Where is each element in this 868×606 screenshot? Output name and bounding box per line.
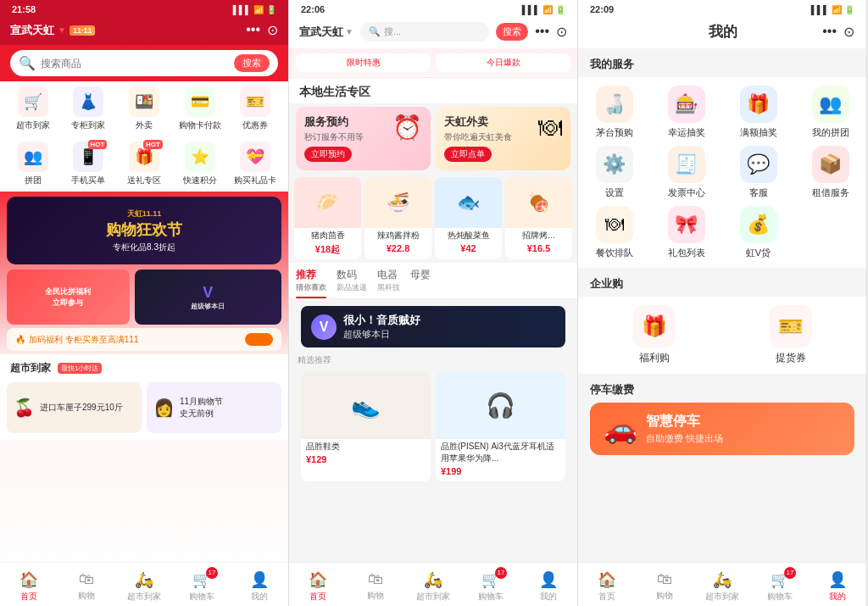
- supermarket-promo-2[interactable]: 👩 11月购物节史无前例: [147, 382, 281, 433]
- promo-card-1[interactable]: 全民比拼福利立即参与: [7, 270, 130, 325]
- benefit-cta[interactable]: GO>: [245, 333, 273, 346]
- tab-appliance[interactable]: 电器 黑科技: [377, 268, 400, 298]
- service-group[interactable]: 👥 我的拼团: [794, 86, 866, 139]
- p1-banner-content: 天虹11.11 购物狂欢节 专柜化品8.3折起: [106, 208, 182, 253]
- p3-parking-label: 停车缴费: [578, 374, 866, 403]
- food-img-2: 🍜: [364, 177, 431, 228]
- search-input-1[interactable]: [41, 58, 229, 69]
- menu-icon-1[interactable]: •••: [246, 22, 260, 38]
- service-rental[interactable]: 📦 租借服务: [794, 146, 866, 199]
- nav-item-takeout[interactable]: 🍱 外卖: [118, 86, 170, 131]
- nav-profile-2[interactable]: 👤 我的: [520, 567, 577, 603]
- target-icon-2[interactable]: ⊙: [556, 24, 567, 40]
- service-loan[interactable]: 💰 虹V贷: [722, 206, 794, 259]
- promo-card-2[interactable]: V 超级够本日: [135, 270, 281, 325]
- nav-home-3[interactable]: 🏠 首页: [578, 567, 636, 603]
- nav-item-counter[interactable]: 👗 专柜到家: [63, 86, 115, 131]
- menu-icon-2[interactable]: •••: [535, 24, 549, 40]
- nav-cart-3[interactable]: 🛒17 购物车: [751, 567, 809, 603]
- food-price-3: ¥42: [435, 243, 502, 257]
- nav-cart-2[interactable]: 🛒17 购物车: [462, 567, 520, 603]
- nav-home-2[interactable]: 🏠 首页: [289, 567, 347, 603]
- nav-cart-1[interactable]: 🛒17 购物车: [173, 567, 231, 603]
- service-btn-2[interactable]: 立即点单: [444, 147, 492, 162]
- food-item-3[interactable]: 🐟 热炖酸菜鱼 ¥42: [435, 177, 502, 259]
- promo-text-1: 全民比拼福利立即参与: [45, 286, 91, 309]
- delivery-icon-3: 🛵: [713, 570, 732, 589]
- search-button-1[interactable]: 搜索: [234, 54, 270, 72]
- service-maotai[interactable]: 🍶 茅台预购: [578, 86, 650, 139]
- rec-item-1[interactable]: 👟 品胜鞋类 ¥129: [301, 371, 431, 481]
- tab-baby[interactable]: 母婴: [410, 268, 431, 298]
- nav-delivery-2[interactable]: 🛵 超市到家: [404, 567, 462, 603]
- p2-top-banner: 限时特惠 今日爆款: [289, 48, 577, 78]
- parking-subtitle: 自助缴费 快捷出场: [646, 432, 723, 445]
- service-gift-pack[interactable]: 🎀 礼包列表: [650, 206, 722, 259]
- nav-label-gift-card: 购买礼品卡: [234, 175, 276, 186]
- cart-badge-1: 17: [206, 567, 218, 579]
- service-full-draw[interactable]: 🎁 满额抽奖: [722, 86, 794, 139]
- nav-delivery-3[interactable]: 🛵 超市到家: [693, 567, 751, 603]
- service-settings[interactable]: ⚙️ 设置: [578, 146, 650, 199]
- p1-search-bar[interactable]: 🔍 搜索: [10, 50, 278, 76]
- nav-item-group-buy[interactable]: 👥 拼团: [7, 142, 59, 186]
- p1-benefit-bar: 🔥 加码福利 专柜买券至高满111 GO>: [7, 328, 281, 351]
- nav-label-phone-pay: 手机买单: [71, 175, 105, 186]
- nav-item-phone-pay[interactable]: 📱HOT 手机买单: [63, 142, 115, 186]
- tab-digital[interactable]: 数码 新品速递: [337, 268, 367, 298]
- p2-promo-banner[interactable]: V 很小！音质贼好 超级够本日: [301, 306, 565, 347]
- nav-icon-coupon: 🎫: [240, 86, 270, 117]
- food-item-1[interactable]: 🥟 猪肉茴香 ¥18起: [294, 177, 361, 259]
- top-promo-1[interactable]: 限时特惠: [296, 53, 431, 72]
- food-img-4: 🍖: [505, 177, 572, 228]
- nav-item-card-pay[interactable]: 💳 购物卡付款: [174, 86, 226, 131]
- lucky-icon: 🎰: [668, 86, 705, 123]
- tab-recommend[interactable]: 推荐 猜你喜欢: [296, 268, 326, 298]
- service-cs[interactable]: 💬 客服: [722, 146, 794, 199]
- shop-label-2: 购物: [367, 590, 384, 602]
- service-card-reservation[interactable]: ⏰ 服务预约 秒订服务不用等 立即预约: [296, 107, 431, 170]
- nav-icon-gift-card: 💝: [240, 142, 270, 172]
- service-invoice[interactable]: 🧾 发票中心: [650, 146, 722, 199]
- nav-label-coupon: 优惠券: [242, 120, 268, 131]
- rec-item-2[interactable]: 🎧 品胜(PISEN) Ai3代蓝牙耳机适用苹果华为降... ¥199: [436, 371, 565, 481]
- nav-shop-2[interactable]: 🛍 购物: [347, 567, 404, 602]
- nav-icon-points: ⭐: [185, 142, 215, 172]
- search-button-2[interactable]: 搜索: [496, 23, 528, 41]
- profile-label-1: 我的: [251, 591, 268, 603]
- p1-banner[interactable]: 天虹11.11 购物狂欢节 专柜化品8.3折起: [7, 197, 281, 264]
- biz-welfare[interactable]: 🎁 福利购: [590, 305, 718, 365]
- biz-label-welfare: 福利购: [639, 351, 670, 365]
- service-dining-queue[interactable]: 🍽 餐饮排队: [578, 206, 650, 259]
- chevron-icon: ▼: [58, 25, 66, 35]
- target-icon-1[interactable]: ⊙: [267, 22, 278, 38]
- menu-icon-3[interactable]: •••: [822, 24, 837, 40]
- nav-item-gift-card[interactable]: 💝 购买礼品卡: [229, 142, 281, 186]
- supermarket-promo-1[interactable]: 🍒 进口车厘子299元10斤: [7, 382, 142, 433]
- banner-title: 购物狂欢节: [106, 220, 182, 240]
- nav-shop-3[interactable]: 🛍 购物: [636, 567, 693, 602]
- target-icon-3[interactable]: ⊙: [843, 24, 854, 40]
- nav-item-gift-zone[interactable]: 🎁HOT 送礼专区: [118, 142, 170, 186]
- food-item-2[interactable]: 🍜 辣鸡酱拌粉 ¥22.8: [364, 177, 431, 259]
- p2-search-bar[interactable]: 🔍 搜...: [360, 22, 489, 42]
- nav-home-1[interactable]: 🏠 首页: [0, 567, 58, 603]
- nav-shop-1[interactable]: 🛍 购物: [58, 567, 115, 602]
- nav-item-points[interactable]: ⭐ 快速积分: [174, 142, 226, 186]
- nav-delivery-1[interactable]: 🛵 超市到家: [115, 567, 173, 603]
- status-bar-1: 21:58 ▌▌▌ 📶 🔋: [0, 0, 288, 19]
- p3-parking-card[interactable]: 🚗 智慧停车 自助缴费 快捷出场: [590, 403, 854, 455]
- supermarket-header: 超市到家 最快1小时达: [0, 354, 288, 379]
- top-promo-2[interactable]: 今日爆款: [436, 53, 570, 72]
- service-card-delivery[interactable]: 🍽 天虹外卖 带你吃遍天虹美食 立即点单: [436, 107, 570, 170]
- nav-item-coupon[interactable]: 🎫 优惠券: [229, 86, 281, 131]
- food-item-4[interactable]: 🍖 招牌烤... ¥16.5: [505, 177, 572, 259]
- service-btn-1[interactable]: 立即预约: [304, 147, 352, 162]
- nav-profile-1[interactable]: 👤 我的: [231, 567, 288, 603]
- nav-profile-3[interactable]: 👤 我的: [809, 567, 866, 603]
- service-lucky-draw[interactable]: 🎰 幸运抽奖: [650, 86, 722, 139]
- service-label-maotai: 茅台预购: [596, 126, 633, 139]
- biz-pickup[interactable]: 🎫 提货券: [726, 305, 854, 365]
- chevron-icon-2: ▼: [345, 27, 353, 36]
- nav-item-supermarket[interactable]: 🛒 超市到家: [7, 86, 59, 131]
